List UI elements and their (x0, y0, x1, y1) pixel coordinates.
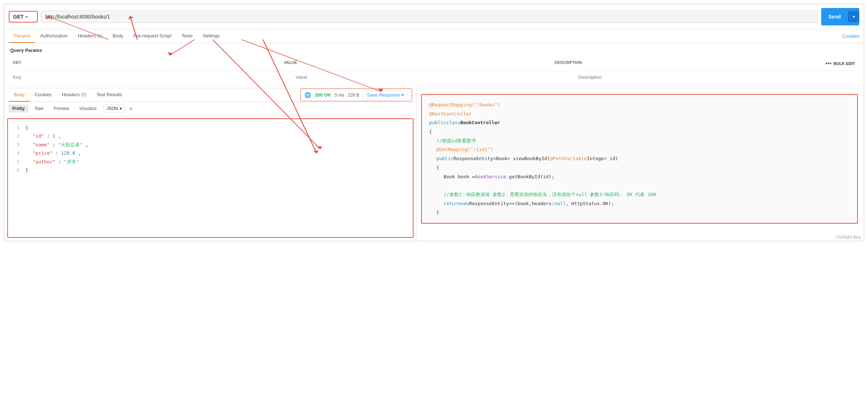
status-globe-icon: 🌐 (304, 92, 311, 98)
param-value-input[interactable] (293, 72, 575, 82)
query-params-title: Query Params (10, 48, 858, 53)
format-type-select[interactable]: JSON ▾ (103, 105, 125, 113)
code-line-8: { (429, 163, 850, 172)
json-line-2: 2 "id" : 1 , (14, 132, 407, 140)
code-section: @RequestMapping("/books") @RestControlle… (421, 94, 858, 224)
send-main-button[interactable]: Send (821, 11, 848, 23)
json-line-5: 5 "author" : "岸本" (14, 158, 407, 166)
response-tabs-bar: Body Cookies Headers (5) Test Results (4, 88, 416, 102)
code-section-wrapper: @RequestMapping("/books") @RestControlle… (417, 88, 864, 241)
wrap-icon[interactable]: ≡ (128, 104, 134, 113)
save-response-button[interactable]: Save Response ▾ (363, 90, 408, 99)
query-params-section: Query Params KEY VALUE DESCRIPTION ••• B… (4, 43, 864, 88)
response-tab-headers[interactable]: Headers (5) (57, 88, 91, 102)
tab-body[interactable]: Body (107, 29, 128, 43)
params-table: KEY VALUE DESCRIPTION ••• Bulk Edit (10, 57, 858, 84)
code-line-12: return new ResponseEntity<>(book, header… (429, 199, 850, 208)
params-description-header: DESCRIPTION (552, 59, 823, 68)
code-line-9: Book book = bookService .getBookById(id)… (429, 172, 850, 182)
url-input[interactable] (41, 11, 818, 23)
code-area: @RequestMapping("/books") @RestControlle… (422, 95, 857, 223)
format-preview-button[interactable]: Preview (50, 105, 73, 113)
param-key-input[interactable] (10, 72, 293, 82)
tab-pre-request-script[interactable]: Pre-request Script (128, 29, 177, 43)
response-section: Body Cookies Headers (5) Test Results (4, 88, 417, 241)
code-line-6: @GetMapping("/{id}") (429, 145, 850, 154)
method-text: GET (13, 14, 24, 20)
request-tabs-bar: Params Authorization Headers (6) Body Pr… (4, 29, 864, 43)
method-chevron-icon: ▾ (26, 15, 28, 19)
code-line-2: @RestController (429, 110, 850, 119)
params-bulk-area: ••• Bulk Edit (823, 59, 858, 68)
code-line-5: //根据id查看图书 (429, 137, 850, 146)
params-input-row (10, 71, 858, 84)
bulk-edit-label[interactable]: Bulk Edit (834, 61, 855, 66)
tab-params[interactable]: Params (9, 29, 35, 43)
code-line-11: //参数1：响应数据体 参数2：需要添加的响应头，没有就给个null 参数3:响… (429, 190, 850, 199)
format-bar: Pretty Raw Preview Visualize JSON ▾ ≡ (4, 102, 416, 115)
response-tab-cookies[interactable]: Cookies (30, 88, 57, 102)
params-value-header: VALUE (281, 59, 552, 68)
tab-settings[interactable]: Settings (198, 29, 225, 43)
code-line-3: public class BookController (429, 118, 850, 127)
bulk-dots-icon[interactable]: ••• (826, 60, 832, 67)
param-description-input[interactable] (575, 72, 858, 82)
json-line-4: 4 "price" : 120.0 , (14, 149, 407, 157)
format-visualize-button[interactable]: Visualize (76, 105, 100, 113)
send-dropdown-button[interactable]: ▾ (848, 11, 859, 22)
main-container: GET ▾ Send ▾ Params Authorization Header… (4, 4, 864, 241)
json-line-3: 3 "name" : "火影忍者" , (14, 141, 407, 149)
code-line-7: public ResponseEntity<Book> viewBookById… (429, 154, 850, 163)
method-selector[interactable]: GET ▾ (9, 11, 38, 23)
tab-tests[interactable]: Tests (177, 29, 198, 43)
send-button-group: Send ▾ (821, 8, 859, 25)
json-line-6: 6 } (14, 166, 407, 174)
format-pretty-button[interactable]: Pretty (9, 105, 28, 113)
tab-authorization[interactable]: Authorization (35, 29, 73, 43)
response-time: 5 ms (335, 93, 344, 98)
format-raw-button[interactable]: Raw (31, 105, 47, 113)
response-tab-test-results[interactable]: Test Results (91, 88, 127, 102)
tabs-left: Params Authorization Headers (6) Body Pr… (9, 29, 225, 43)
response-tab-body[interactable]: Body (9, 88, 30, 102)
code-line-4: { (429, 127, 850, 137)
response-size: 226 B (348, 93, 359, 98)
params-header-row: KEY VALUE DESCRIPTION ••• Bulk Edit (10, 57, 858, 71)
cookies-link[interactable]: Cookies (842, 33, 859, 39)
response-tabs-left: Body Cookies Headers (5) Test Results (9, 88, 127, 102)
url-bar: GET ▾ Send ▾ (4, 4, 864, 29)
json-response-area: 1 { 2 "id" : 1 , 3 "name" : (7, 118, 414, 238)
code-line-10 (429, 181, 850, 190)
params-key-header: KEY (10, 59, 281, 68)
watermark: CSDN@S-Blog (836, 235, 861, 239)
code-line-13: } (429, 208, 850, 217)
tab-headers[interactable]: Headers (6) (73, 29, 107, 43)
code-line-1: @RequestMapping("/books") (429, 101, 850, 110)
bottom-section: Body Cookies Headers (5) Test Results (4, 88, 864, 241)
response-status-ok: 200 OK (315, 92, 331, 98)
json-line-1: 1 { (14, 123, 407, 132)
